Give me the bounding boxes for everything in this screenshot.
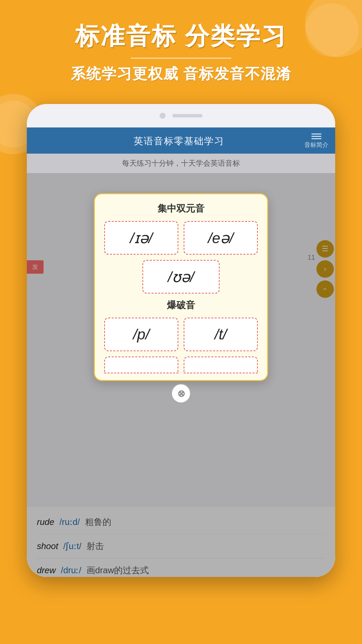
menu-bar-2: [311, 136, 321, 137]
partial-card-2: [184, 357, 258, 373]
close-x-icon: ⊗: [177, 388, 185, 399]
modal-close-button[interactable]: ⊗: [171, 383, 191, 404]
phoneme-card-t[interactable]: /t/: [184, 318, 258, 351]
menu-icon-area[interactable]: 音标简介: [304, 133, 328, 149]
subtitle-bar: 每天练习十分钟，十天学会英语音标: [27, 154, 335, 173]
partial-card-1: [104, 357, 178, 373]
app-content: rude /ruːd/ 粗鲁的 shoot /ʃuːt/ 射击 drew /dr…: [27, 173, 335, 577]
modal-overlay: 集中双元音 /ɪə/ /eə/ /ʊə/: [27, 173, 335, 577]
menu-bar-3: [311, 138, 321, 139]
sub-title: 系统学习更权威 音标发音不混淆: [0, 64, 362, 84]
phone-speaker: [172, 114, 202, 117]
phone-top-bar: [27, 104, 335, 127]
phoneme-t-text: /t/: [215, 326, 227, 343]
phoneme-card-ua[interactable]: /ʊə/: [142, 260, 220, 293]
phoneme-card-p[interactable]: /p/: [104, 318, 178, 351]
header-area: 标准音标 分类学习 系统学习更权威 音标发音不混淆: [0, 20, 362, 84]
phoneme-grid-row3: /p/ /t/: [104, 318, 258, 351]
app-screen: 英语音标零基础学习 音标简介 每天练习十分钟，十天学会英语音标 rude /ru…: [27, 127, 335, 577]
phoneme-ia-text: /ɪə/: [130, 229, 153, 247]
menu-icon-bars: [311, 133, 321, 139]
phone-mockup: 英语音标零基础学习 音标简介 每天练习十分钟，十天学会英语音标 rude /ru…: [27, 104, 335, 577]
divider-line: [131, 58, 231, 59]
main-title: 标准音标 分类学习: [0, 20, 362, 52]
app-header: 英语音标零基础学习 音标简介: [27, 127, 335, 154]
partial-row: [104, 357, 258, 373]
modal-section1-title: 集中双元音: [104, 202, 258, 215]
phone-camera: [160, 113, 166, 119]
phoneme-grid-row2: /ʊə/: [104, 260, 258, 293]
phoneme-ua-text: /ʊə/: [168, 268, 194, 285]
phoneme-grid-row1: /ɪə/ /eə/: [104, 221, 258, 255]
modal-section2-title: 爆破音: [104, 299, 258, 312]
phoneme-card-ea[interactable]: /eə/: [184, 221, 258, 255]
phoneme-p-text: /p/: [133, 326, 149, 343]
menu-bar-1: [311, 133, 321, 135]
menu-label: 音标简介: [304, 141, 328, 149]
subtitle-text: 每天练习十分钟，十天学会英语音标: [122, 159, 240, 167]
phoneme-card-ia[interactable]: /ɪə/: [104, 221, 178, 255]
app-title-text: 英语音标零基础学习: [54, 135, 304, 148]
phoneme-ea-text: /eə/: [208, 229, 234, 247]
modal-card: 集中双元音 /ɪə/ /eə/ /ʊə/: [94, 193, 268, 381]
